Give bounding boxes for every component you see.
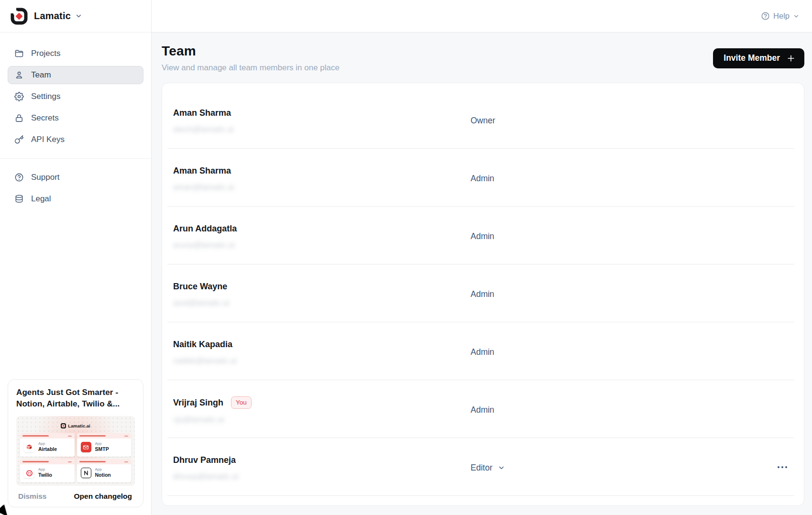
- promo-app-label: App: [95, 467, 111, 472]
- sidebar-item-label: Team: [31, 70, 51, 80]
- you-badge: You: [231, 396, 252, 409]
- member-name: Naitik Kapadia: [173, 339, 232, 350]
- role-select[interactable]: Editor: [471, 462, 505, 472]
- promo-app-label: App: [38, 467, 52, 472]
- promo-image-caption: Lamatic.ai: [68, 423, 90, 428]
- sidebar-item-legal[interactable]: Legal: [8, 190, 143, 208]
- chevron-down-icon: [793, 13, 800, 20]
- lamatic-mini-logo-icon: [61, 423, 66, 428]
- member-email: atech@lamatic.ai: [173, 124, 790, 134]
- page-title: Team: [162, 44, 340, 59]
- changelog-promo-card: Agents Just Got Smarter - Notion, Airtab…: [8, 379, 143, 507]
- member-role: Admin: [471, 289, 494, 299]
- sidebar-item-secrets[interactable]: Secrets: [8, 109, 143, 127]
- sidebar-item-label: Support: [31, 173, 60, 182]
- ellipsis-icon: [777, 466, 788, 469]
- promo-app-grid: App Airtable App SMTP: [20, 433, 131, 482]
- lock-icon: [14, 113, 24, 123]
- invite-member-button[interactable]: Invite Member: [713, 48, 804, 68]
- lamatic-logo-icon: [11, 8, 28, 25]
- promo-card-strip: [20, 433, 75, 438]
- open-changelog-button[interactable]: Open changelog: [74, 492, 132, 501]
- promo-image: Lamatic.ai App Airtable: [16, 416, 135, 486]
- promo-card-strip: [77, 459, 132, 464]
- promo-app-name: Twilio: [38, 472, 52, 479]
- promo-app-label: App: [38, 441, 57, 446]
- member-row: Bruce Wayne iand@lamatic.ai Admin: [162, 264, 804, 322]
- member-row: Arun Addagatla aruna@lamatic.ai Admin: [162, 207, 804, 264]
- member-email: iand@lamatic.ai: [173, 297, 790, 308]
- sidebar-item-settings[interactable]: Settings: [8, 88, 143, 106]
- team-members-list: Aman Sharma atech@lamatic.ai Owner Aman …: [162, 83, 804, 506]
- invite-member-label: Invite Member: [724, 53, 780, 63]
- member-email: vjs@lamatic.ai: [173, 414, 790, 425]
- sidebar: Lamatic Projects Team Settings: [0, 0, 152, 515]
- member-role-select-cell: Editor: [471, 462, 505, 472]
- notion-icon: [81, 468, 91, 478]
- member-email: aman@lamatic.ai: [173, 182, 790, 192]
- member-email: dhruvp@lamatic.ai: [173, 471, 790, 482]
- member-name: Dhruv Pamneja: [173, 454, 236, 466]
- sidebar-item-label: Settings: [31, 92, 60, 101]
- member-row: Aman Sharma aman@lamatic.ai Admin: [162, 149, 804, 207]
- sidebar-item-support[interactable]: Support: [8, 168, 143, 186]
- member-row-current-user: Vrijraj Singh You vjs@lamatic.ai Admin: [162, 380, 804, 438]
- primary-nav: Projects Team Settings Secrets API Keys: [0, 33, 151, 152]
- plus-icon: [786, 54, 796, 63]
- member-row: Naitik Kapadia naitikk@lamatic.ai Admin: [162, 322, 804, 380]
- topbar: Help: [152, 0, 812, 33]
- folder-icon: [14, 49, 24, 58]
- promo-title: Agents Just Got Smarter - Notion, Airtab…: [16, 387, 135, 410]
- promo-card-strip: [20, 459, 75, 464]
- member-email: naitikk@lamatic.ai: [173, 355, 790, 366]
- twilio-icon: [24, 468, 34, 478]
- role-select-value: Editor: [471, 462, 493, 472]
- main-area: Help Team View and manage all team membe…: [152, 0, 812, 515]
- help-circle-icon: [761, 11, 770, 21]
- database-icon: [14, 194, 24, 204]
- member-name: Bruce Wayne: [173, 281, 227, 292]
- help-label: Help: [773, 11, 790, 21]
- promo-card-strip: [77, 433, 132, 438]
- member-name: Vrijraj Singh: [173, 397, 223, 408]
- member-role: Owner: [471, 115, 495, 125]
- airtable-icon: [24, 442, 34, 452]
- member-role: Admin: [471, 347, 494, 357]
- help-circle-icon: [14, 173, 24, 182]
- row-actions-menu-button[interactable]: [775, 463, 790, 471]
- promo-app-card: App SMTP: [77, 433, 132, 457]
- promo-app-card: App Twilio: [20, 459, 75, 482]
- sidebar-item-label: Secrets: [31, 113, 59, 123]
- sidebar-item-label: Projects: [31, 49, 60, 58]
- promo-app-label: App: [95, 441, 109, 446]
- team-page: Team View and manage all team members in…: [152, 33, 812, 515]
- brand-name: Lamatic: [34, 11, 71, 22]
- workspace-switcher[interactable]: Lamatic: [0, 0, 151, 33]
- user-icon: [14, 70, 24, 80]
- page-subtitle: View and manage all team members in one …: [162, 63, 340, 73]
- sidebar-item-projects[interactable]: Projects: [8, 44, 143, 63]
- chevron-down-icon: [75, 12, 82, 20]
- promo-app-card: App Airtable: [20, 433, 75, 457]
- promo-app-name: SMTP: [95, 446, 109, 453]
- key-icon: [14, 135, 24, 144]
- help-button[interactable]: Help: [761, 11, 800, 21]
- sidebar-item-team[interactable]: Team: [8, 66, 143, 84]
- member-role: Admin: [471, 173, 494, 183]
- member-name: Aman Sharma: [173, 107, 231, 119]
- member-email: aruna@lamatic.ai: [173, 240, 790, 250]
- member-name: Arun Addagatla: [173, 223, 237, 234]
- promo-app-card: App Notion: [77, 459, 132, 482]
- member-name: Aman Sharma: [173, 165, 231, 176]
- dismiss-button[interactable]: Dismiss: [18, 492, 46, 501]
- smtp-icon: [81, 442, 91, 452]
- secondary-nav: Support Legal: [0, 159, 151, 211]
- chevron-down-icon: [498, 464, 505, 471]
- sidebar-item-label: Legal: [31, 194, 51, 204]
- gear-icon: [14, 92, 24, 101]
- member-role: Admin: [471, 405, 494, 415]
- member-row: Dhruv Pamneja dhruvp@lamatic.ai Editor: [162, 438, 804, 496]
- sidebar-item-label: API Keys: [31, 135, 65, 144]
- promo-app-name: Notion: [95, 472, 111, 479]
- sidebar-item-api-keys[interactable]: API Keys: [8, 131, 143, 149]
